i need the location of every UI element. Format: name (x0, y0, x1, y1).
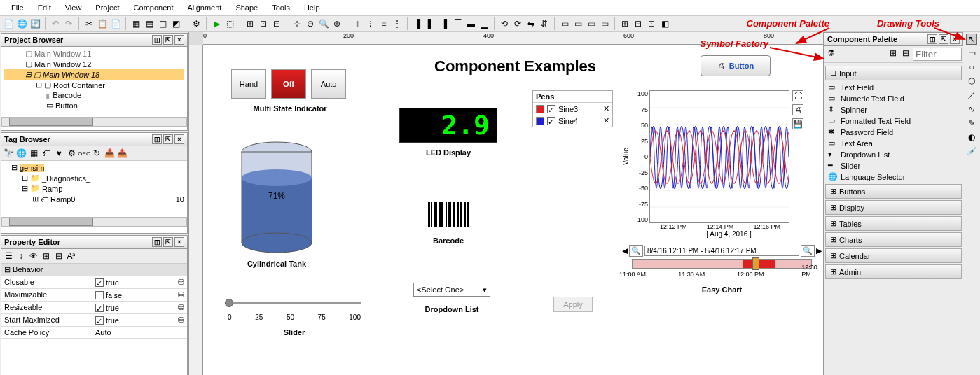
tree-item[interactable]: Main Window 11 (34, 50, 91, 58)
scrollbar[interactable] (1, 117, 187, 127)
tree-item[interactable]: Main Window 12 (34, 60, 91, 69)
palette-category[interactable]: ⊞Display (825, 200, 962, 215)
checkbox[interactable] (95, 291, 104, 299)
menu-alignment[interactable]: Alignment (180, 1, 228, 14)
chart-range-input[interactable]: 8/4/16 12:11 PM - 8/4/16 12:17 PM (644, 246, 799, 256)
gear-icon[interactable]: ⚙ (66, 148, 77, 159)
menu-help[interactable]: Help (297, 1, 327, 14)
opc-icon[interactable]: OPC (78, 148, 90, 159)
pen-icon[interactable]: ✎ (966, 118, 977, 129)
checkbox[interactable]: ✓ (95, 278, 104, 287)
palette-item[interactable]: ━Slider (825, 160, 962, 171)
rotate-l-icon[interactable]: ⟲ (499, 18, 510, 29)
globe-icon[interactable]: 🌐 (16, 18, 27, 29)
order-2-icon[interactable]: ▭ (572, 18, 584, 29)
copy-icon[interactable]: 📋 (97, 18, 108, 29)
tag-icon[interactable]: 🏷 (41, 148, 52, 159)
grid-icon[interactable]: ⊞ (244, 18, 256, 29)
distribute4-icon[interactable]: ⋮ (392, 18, 403, 29)
align-l-icon[interactable]: ▐ (412, 18, 423, 29)
form-icon[interactable]: ▦ (130, 18, 142, 29)
grid2-icon[interactable]: ⊡ (258, 18, 269, 29)
play-icon[interactable]: ▶ (211, 18, 222, 29)
pen-checkbox[interactable]: ✓ (547, 117, 555, 125)
zoom-icon[interactable]: 🔍 (318, 18, 329, 29)
panel-float-icon[interactable]: ◫ (152, 237, 162, 247)
panel-close-icon[interactable]: × (174, 35, 184, 45)
zoom-out-icon[interactable]: 🔍 (629, 245, 643, 257)
off-button[interactable]: Off (271, 69, 306, 99)
tree-item-selected[interactable]: Main Window 18 (43, 71, 99, 79)
combine-icon[interactable]: ⊡ (646, 18, 657, 29)
export-icon[interactable]: 📤 (116, 148, 127, 159)
palette-item[interactable]: ▭Numeric Text Field (825, 93, 962, 104)
cut-icon[interactable]: ✂ (83, 18, 95, 29)
polygon-icon[interactable]: ⬡ (966, 76, 977, 87)
zoom-in-icon[interactable]: 🔍 (801, 245, 815, 257)
prop-value[interactable]: true (106, 316, 119, 325)
bind-icon[interactable]: ⛁ (178, 316, 184, 325)
tree-item[interactable]: Barcode (53, 91, 81, 99)
order-1-icon[interactable]: ▭ (559, 18, 570, 29)
panel-pin-icon[interactable]: ⇱ (939, 34, 948, 44)
snap-icon[interactable]: ⊹ (291, 18, 303, 29)
print-icon[interactable]: 🖨 (792, 104, 803, 115)
button-component[interactable]: 🖨 Button (701, 55, 771, 76)
menu-edit[interactable]: Edit (31, 1, 58, 14)
align-r-icon[interactable]: ▐ (439, 18, 450, 29)
expand-icon[interactable]: ⊞ (41, 250, 52, 262)
font-icon[interactable]: Aᵃ (66, 250, 77, 262)
grid-icon[interactable]: ▦ (28, 148, 39, 159)
prop-value[interactable]: Auto (95, 328, 111, 337)
tag-folder[interactable]: _Diagnostics_ (42, 174, 90, 183)
distribute1-icon[interactable]: ⫴ (352, 18, 363, 29)
sort-icon[interactable]: ↕ (15, 250, 27, 262)
panel-close-icon[interactable]: × (174, 237, 184, 247)
box-icon[interactable]: ⬚ (224, 18, 235, 29)
panel-close-icon[interactable]: × (950, 34, 960, 44)
panel-float-icon[interactable]: ◫ (927, 34, 937, 44)
panel-pin-icon[interactable]: ⇱ (163, 134, 173, 144)
align-c-icon[interactable]: ▌ (425, 18, 436, 29)
tag-folder[interactable]: Ramp (42, 185, 62, 193)
checkbox[interactable]: ✓ (95, 304, 104, 312)
gear-icon[interactable]: ⚙ (191, 18, 202, 29)
pen-checkbox[interactable]: ✓ (547, 105, 555, 113)
remove-icon[interactable]: ✕ (603, 116, 609, 125)
group-icon[interactable]: ⊞ (619, 18, 630, 29)
palette-item[interactable]: ⇕Spinner (825, 104, 962, 115)
collapse-icon[interactable]: ⊟ (53, 250, 64, 262)
arrow-left-icon[interactable]: ◀ (622, 246, 628, 255)
palette-category[interactable]: ⊞Buttons (825, 184, 962, 199)
new-icon[interactable]: 📄 (3, 18, 14, 29)
palette-item[interactable]: ✱Password Field (825, 127, 962, 138)
flip-v-icon[interactable]: ⇵ (539, 18, 550, 29)
view-icon[interactable]: 👁 (28, 250, 39, 262)
symbol-factory-icon[interactable]: ⚗ (825, 48, 836, 59)
apply-button[interactable]: Apply (553, 297, 593, 312)
paste-icon[interactable]: 📄 (110, 18, 121, 29)
expand-all-icon[interactable]: ⊞ (888, 48, 899, 59)
design-canvas[interactable]: 0 200 400 600 800 Component Examples 🖨 B… (189, 32, 823, 375)
property-section[interactable]: Behavior (13, 265, 43, 274)
eyedropper-icon[interactable]: 💉 (966, 146, 977, 157)
palette-item[interactable]: ▭Text Field (825, 82, 962, 93)
distribute2-icon[interactable]: ⫶ (365, 18, 376, 29)
ungroup-icon[interactable]: ⊟ (633, 18, 644, 29)
gradient-icon[interactable]: ◐ (966, 132, 977, 143)
range-slider[interactable] (743, 260, 775, 268)
menu-view[interactable]: View (58, 1, 89, 14)
menu-file[interactable]: File (4, 1, 31, 14)
auto-button[interactable]: Auto (311, 69, 346, 99)
prop-value[interactable]: true (106, 278, 119, 287)
palette-filter[interactable] (913, 48, 962, 61)
binoculars-icon[interactable]: 🔭 (3, 148, 14, 159)
panel-pin-icon[interactable]: ⇱ (163, 237, 173, 247)
refresh-icon[interactable]: 🔄 (29, 18, 41, 29)
extra-icon[interactable]: ◧ (659, 18, 670, 29)
palette-category[interactable]: ⊞Tables (825, 216, 962, 231)
panel-float-icon[interactable]: ◫ (152, 35, 162, 45)
flip-h-icon[interactable]: ⇋ (525, 18, 537, 29)
bind-icon[interactable]: ⛁ (178, 303, 184, 312)
range-thumb[interactable] (752, 257, 759, 270)
